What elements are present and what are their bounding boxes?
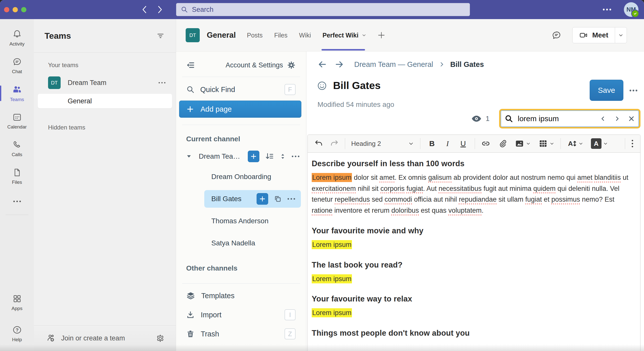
manage-teams-gear-icon[interactable] <box>156 334 165 343</box>
trash-label: Trash <box>201 330 285 338</box>
meet-button: Meet <box>572 27 627 43</box>
highlight-orange: Lorem ipsum <box>312 173 352 182</box>
misspelled-word: repellendus <box>335 196 370 203</box>
page-actions-more-icon[interactable] <box>627 87 640 94</box>
bold-button[interactable]: B <box>426 139 437 148</box>
paragraph-style-dropdown[interactable]: Heading 2 <box>351 140 414 148</box>
rail-item-calls[interactable]: Calls <box>0 135 34 162</box>
font-size-button[interactable]: A <box>567 139 583 149</box>
add-subpage-icon[interactable] <box>248 151 259 162</box>
person-add-icon <box>46 333 56 343</box>
rail-item-teams[interactable]: Teams <box>0 79 34 107</box>
insert-image-button[interactable] <box>515 139 531 148</box>
back-icon[interactable] <box>140 4 149 16</box>
back-arrow-icon[interactable] <box>317 60 327 69</box>
page-more-icon[interactable] <box>287 198 295 200</box>
collapse-sidebar-icon[interactable] <box>186 61 195 70</box>
rail-item-files[interactable]: Files <box>0 162 34 190</box>
your-teams-label: Your teams <box>48 62 176 69</box>
account-settings-label[interactable]: Account & Settings <box>226 61 283 69</box>
meet-button-main[interactable]: Meet <box>573 27 615 43</box>
rail-item-chat[interactable]: Chat <box>0 52 34 79</box>
titlebar-more-icon[interactable] <box>601 6 613 14</box>
tab-posts[interactable]: Posts <box>247 19 263 51</box>
breadcrumb-channel-link[interactable]: Dream Team — General <box>354 60 433 69</box>
text-run: . Ex omnis <box>395 174 428 181</box>
emoji-icon[interactable] <box>316 80 328 91</box>
trash-icon <box>186 330 195 338</box>
team-more-icon[interactable] <box>158 82 166 84</box>
tab-files[interactable]: Files <box>274 19 288 51</box>
page-item-dream-onboarding[interactable]: Dream Onboarding <box>176 166 306 188</box>
page-title[interactable]: Bill Gates <box>333 80 381 92</box>
insert-table-button[interactable] <box>538 139 554 148</box>
link-icon[interactable] <box>481 139 491 148</box>
misspelled-word: amet <box>380 174 395 181</box>
editor-body[interactable]: Describe yourself in less than 100 words… <box>308 153 640 351</box>
close-window-button[interactable] <box>4 7 9 12</box>
settings-gear-icon[interactable] <box>287 61 296 69</box>
rail-item-help[interactable]: ? Help <box>0 320 34 347</box>
channel-more-icon[interactable] <box>292 155 300 157</box>
conversation-icon[interactable] <box>551 30 562 40</box>
forward-icon[interactable] <box>155 4 165 16</box>
avatar[interactable]: NM <box>624 2 638 17</box>
text-run: fugit aut minima <box>481 185 533 192</box>
add-page-button[interactable]: Add page <box>179 101 301 118</box>
find-next-icon[interactable] <box>614 115 620 122</box>
tab-perfect-wiki[interactable]: Perfect Wiki <box>323 19 367 51</box>
zoom-window-button[interactable] <box>21 7 26 12</box>
global-search[interactable] <box>176 3 470 16</box>
join-create-team[interactable]: Join or create a team <box>34 325 176 351</box>
sort-pages-icon[interactable] <box>265 152 274 161</box>
italic-button[interactable]: I <box>442 139 453 148</box>
search-icon <box>505 114 513 123</box>
underline-button[interactable]: U <box>458 139 469 148</box>
attachment-icon[interactable] <box>498 139 507 148</box>
tab-wiki[interactable]: Wiki <box>299 19 311 51</box>
add-subpage-icon[interactable] <box>257 193 268 205</box>
toolbar-more-icon[interactable] <box>631 139 634 148</box>
rail-item-apps[interactable]: Apps <box>0 289 34 316</box>
undo-icon[interactable] <box>314 139 323 148</box>
page-list: Dream Onboarding Bill Gates <box>176 166 306 254</box>
global-search-input[interactable] <box>191 6 465 14</box>
find-previous-icon[interactable] <box>600 115 606 122</box>
channel-item-general[interactable]: General <box>38 94 172 108</box>
close-find-icon[interactable] <box>628 115 635 122</box>
redo-icon[interactable] <box>330 139 339 148</box>
reorder-icon[interactable] <box>279 153 286 160</box>
save-button[interactable]: Save <box>590 80 623 101</box>
text-run <box>592 174 594 181</box>
team-row-dream-team[interactable]: DT Dream Team <box>48 75 166 91</box>
duplicate-page-icon[interactable] <box>274 195 282 203</box>
forward-arrow-icon[interactable] <box>335 60 344 69</box>
minimize-window-button[interactable] <box>13 7 18 12</box>
misspelled-word: blanditiis <box>594 174 621 181</box>
quick-find[interactable]: Quick Find F <box>186 84 296 95</box>
rail-more-icon[interactable] <box>0 190 34 213</box>
font-color-button[interactable]: A <box>591 138 608 149</box>
trash-item[interactable]: Trash Z <box>176 324 306 343</box>
rail-item-calendar[interactable]: Calendar <box>0 107 34 135</box>
misspelled-word: ratione <box>312 207 333 214</box>
find-input[interactable] <box>517 114 600 123</box>
chat-icon <box>12 57 22 67</box>
plus-icon <box>186 105 194 113</box>
templates-item[interactable]: Templates <box>176 286 306 305</box>
channel-title: General <box>207 31 236 40</box>
collapse-caret-icon[interactable] <box>186 154 192 159</box>
view-count: 1 <box>486 115 490 123</box>
misspelled-word: galisum <box>428 174 452 181</box>
misspelled-word: voluptatem <box>448 207 481 214</box>
meet-options-chevron[interactable] <box>615 27 627 43</box>
import-item[interactable]: Import I <box>176 305 306 324</box>
page-item-bill-gates[interactable]: Bill Gates <box>176 188 306 210</box>
page-item-satya-nadella[interactable]: Satya Nadella <box>176 232 306 254</box>
view-counter: 1 <box>471 115 490 123</box>
page-item-thomas-anderson[interactable]: Thomas Anderson <box>176 210 306 232</box>
add-tab-icon[interactable] <box>377 31 386 39</box>
filter-icon[interactable] <box>156 31 165 40</box>
rail-item-activity[interactable]: Activity <box>0 24 34 52</box>
channel-tree-name[interactable]: Dream Tea… <box>199 152 240 160</box>
